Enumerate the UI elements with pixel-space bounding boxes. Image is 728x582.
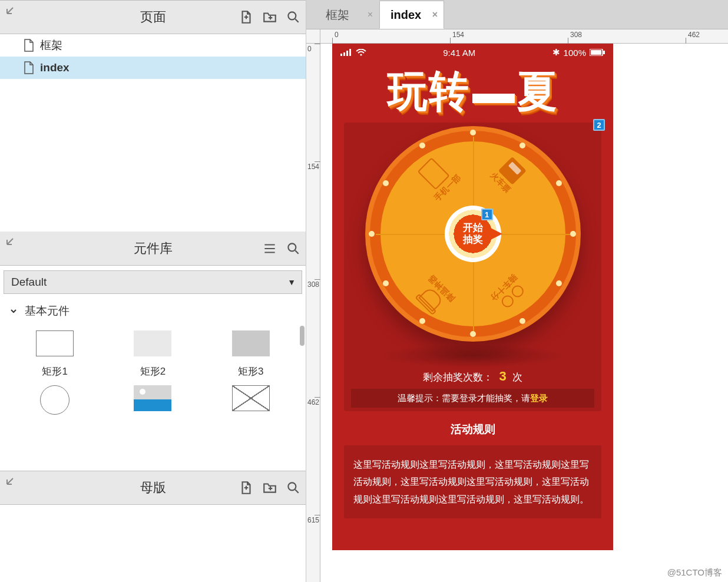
sector-bottom-left: 降温神器	[406, 266, 464, 323]
svg-point-1	[288, 243, 296, 251]
page-row-framework[interactable]: 框架	[0, 34, 306, 57]
annotation-badge-1[interactable]: 1	[481, 209, 493, 220]
sector-top-right: 火车票	[478, 145, 538, 204]
shape-circle	[40, 385, 70, 415]
shape-rect-light	[134, 330, 171, 356]
rim-dot	[383, 280, 389, 286]
remain-count: 3	[495, 369, 509, 383]
page-row-index[interactable]: index	[0, 57, 306, 79]
battery-icon	[590, 48, 605, 58]
ruler-horizontal[interactable]: 0154308462	[320, 29, 728, 44]
phone-mockup[interactable]: 9:41 AM ✱ 100% 玩转夏 2	[332, 44, 613, 550]
ruler-corner	[306, 29, 320, 44]
document-tabs: 框架 × index ×	[306, 0, 728, 29]
hero-text-b: 夏	[517, 62, 558, 120]
sector-bottom-right: 骑车十分	[481, 265, 540, 323]
rim-dot	[519, 143, 525, 148]
widget-rect1[interactable]: 矩形1	[14, 330, 96, 378]
status-time: 9:41 AM	[443, 48, 475, 58]
sector-top-left: 手机一部	[405, 146, 469, 209]
tip-row: 温馨提示：需要登录才能抽奖，请 登录	[351, 389, 594, 408]
shape-image-placeholder	[134, 385, 171, 411]
collapse-icon[interactable]	[5, 475, 16, 487]
widget-section-basic[interactable]: 基本元件	[0, 299, 306, 323]
widget-image[interactable]	[111, 385, 194, 423]
shape-placeholder	[232, 385, 270, 411]
rim-dot	[470, 130, 476, 135]
section-label: 基本元件	[25, 303, 70, 319]
widget-placeholder[interactable]	[210, 385, 292, 423]
svg-point-0	[288, 12, 296, 19]
widget-rect2[interactable]: 矩形2	[111, 330, 194, 378]
pages-tree: 框架 index	[0, 34, 306, 232]
remain-suffix: 次	[512, 372, 522, 383]
svg-rect-3	[340, 54, 342, 56]
tab-framework[interactable]: 框架 ×	[315, 1, 379, 29]
annotation-badge-2[interactable]: 2	[593, 119, 605, 131]
page-label: 框架	[40, 38, 62, 53]
rules-box: 这里写活动规则这里写活动规则，这里写活动规则这里写活动规则，这里写活动规则这里写…	[344, 445, 601, 518]
wheel-center-label: 开始 抽奖	[463, 222, 483, 245]
add-folder-icon[interactable]	[262, 480, 277, 495]
tab-label: 框架	[326, 7, 349, 23]
chevron-down-icon: ▼	[287, 277, 296, 287]
svg-rect-6	[349, 49, 351, 56]
svg-rect-5	[346, 51, 348, 56]
scrollbar-thumb[interactable]	[300, 326, 305, 346]
rim-dot	[383, 180, 389, 186]
widget-grid: 矩形1 矩形2 矩形3	[0, 323, 306, 471]
library-select[interactable]: Default ▼	[4, 270, 302, 294]
rim-dot	[556, 180, 562, 186]
rim-dot	[556, 280, 562, 286]
signal-icon	[340, 48, 352, 58]
ruler-vertical[interactable]: 0154308462615	[306, 44, 320, 582]
remain-prefix: 剩余抽奖次数：	[423, 372, 493, 383]
masters-panel-header: 母版	[0, 471, 306, 505]
svg-rect-10	[603, 51, 605, 54]
prize-wheel[interactable]: 手机一部 火车票 骑车十分 降温神器	[365, 126, 581, 342]
rim-dot	[419, 318, 425, 324]
search-icon[interactable]	[286, 9, 301, 25]
add-page-icon[interactable]	[239, 9, 254, 25]
collapse-icon[interactable]	[5, 4, 16, 16]
status-bar: 9:41 AM ✱ 100%	[332, 44, 613, 61]
add-folder-icon[interactable]	[262, 9, 277, 25]
rim-dot	[419, 143, 425, 148]
bluetooth-icon: ✱	[552, 47, 560, 58]
library-select-value: Default	[11, 276, 47, 289]
hero-text-a: 玩转	[388, 62, 470, 120]
svg-rect-4	[343, 52, 345, 56]
rim-dot	[470, 331, 476, 337]
hero-dash-icon	[472, 94, 515, 103]
search-icon[interactable]	[286, 241, 301, 256]
svg-rect-9	[591, 50, 601, 55]
collapse-icon[interactable]	[5, 235, 16, 247]
page-label: index	[40, 61, 70, 74]
widget-rect3[interactable]: 矩形3	[210, 330, 292, 378]
hero-title: 玩转夏	[332, 65, 613, 114]
close-icon[interactable]: ×	[368, 9, 373, 20]
login-link[interactable]: 登录	[530, 393, 548, 404]
tip-text: 温馨提示：需要登录才能抽奖，请	[398, 393, 530, 404]
add-master-icon[interactable]	[239, 480, 254, 495]
close-icon[interactable]: ×	[432, 9, 438, 20]
pages-panel-header: 页面	[0, 0, 306, 34]
rim-dot	[519, 318, 525, 324]
widgets-panel-title: 元件库	[0, 240, 306, 257]
wheel-card: 2	[344, 123, 601, 411]
tab-label: index	[391, 8, 421, 22]
shape-rect-dark	[232, 330, 270, 356]
rim-dot	[369, 231, 375, 237]
rim-dot	[570, 231, 576, 237]
svg-point-7	[360, 54, 362, 55]
svg-point-2	[288, 482, 296, 490]
remaining-row: 剩余抽奖次数： 3 次	[344, 369, 601, 384]
tab-index[interactable]: index ×	[379, 1, 444, 29]
shape-rect-outline	[36, 330, 74, 356]
canvas-stage[interactable]: 9:41 AM ✱ 100% 玩转夏 2	[320, 44, 728, 582]
search-icon[interactable]	[286, 480, 301, 495]
rules-title: 活动规则	[332, 422, 613, 437]
menu-icon[interactable]	[262, 241, 277, 256]
widget-ellipse[interactable]	[14, 385, 96, 423]
wifi-icon	[356, 48, 366, 58]
